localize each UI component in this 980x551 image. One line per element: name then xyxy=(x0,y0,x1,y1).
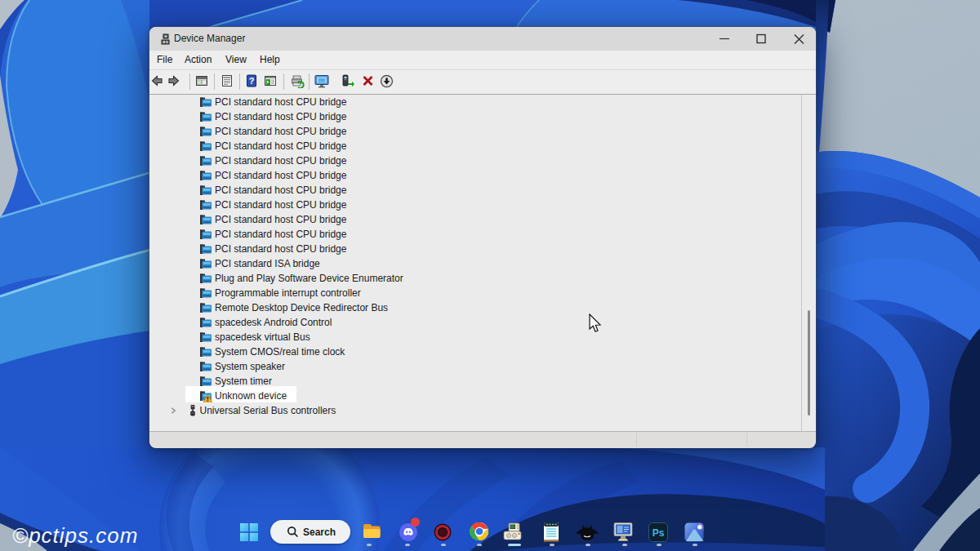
svg-text:Ps: Ps xyxy=(653,527,665,539)
svg-text:?: ? xyxy=(249,76,255,86)
